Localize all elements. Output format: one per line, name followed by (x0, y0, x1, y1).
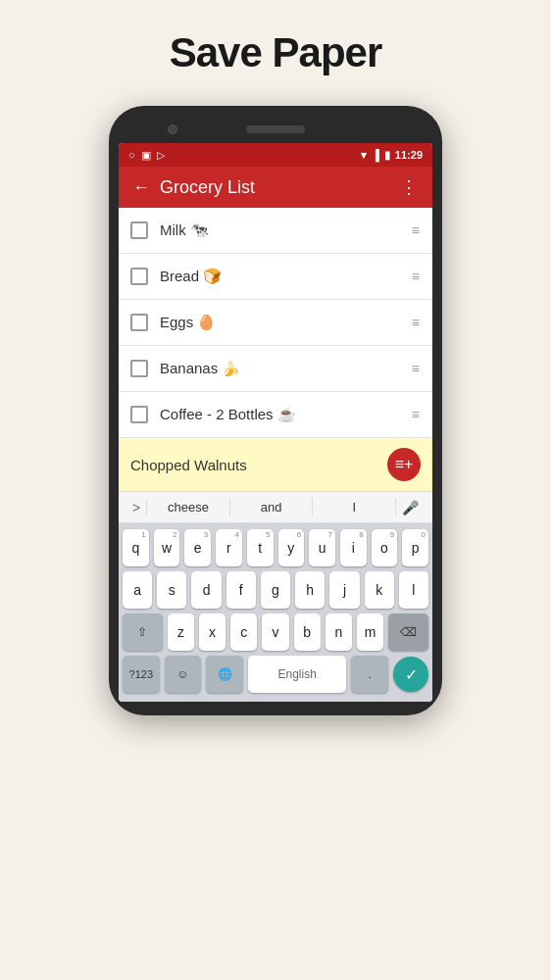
keyboard-row-2: a s d f g h j k l (123, 571, 428, 609)
checkbox-2[interactable] (130, 268, 148, 285)
key-z[interactable]: z (168, 613, 194, 651)
add-item-button[interactable]: ≡+ (387, 448, 421, 481)
menu-button[interactable]: ⋮ (400, 176, 419, 198)
wifi-icon: ▾ (361, 149, 367, 162)
phone-top-bar (119, 120, 432, 143)
drag-handle-5[interactable]: ≡ (412, 407, 421, 422)
phone-speaker (246, 125, 305, 133)
suggestion-bar: > cheese and I 🎤 (119, 491, 432, 523)
enter-key[interactable]: ✓ (393, 657, 428, 692)
numbers-key[interactable]: ?123 (123, 656, 160, 693)
checkbox-5[interactable] (130, 406, 148, 423)
key-k[interactable]: k (365, 571, 394, 609)
key-w[interactable]: w2 (154, 529, 180, 566)
key-r[interactable]: r4 (216, 529, 242, 566)
drag-handle-3[interactable]: ≡ (412, 315, 421, 330)
shift-key[interactable]: ⇧ (123, 613, 163, 651)
key-t[interactable]: t5 (247, 529, 274, 566)
status-right: ▾ ▐ ▮ 11:29 (361, 149, 423, 162)
circle-icon: ○ (128, 149, 135, 161)
sim-icon: ▣ (141, 149, 151, 162)
item-text-4: Bananas 🍌 (160, 360, 412, 377)
back-button[interactable]: ← (132, 177, 150, 198)
key-b[interactable]: b (294, 613, 321, 651)
key-d[interactable]: d (191, 571, 221, 609)
list-item: Bread 🍞 ≡ (119, 254, 432, 300)
suggestion-and[interactable]: and (230, 498, 314, 516)
drag-handle-4[interactable]: ≡ (412, 361, 421, 376)
item-text-5: Coffee - 2 Bottles ☕ (160, 406, 412, 423)
backspace-key[interactable]: ⌫ (388, 613, 428, 651)
key-g[interactable]: g (261, 571, 290, 609)
keyboard-row-3: ⇧ z x c v b n m ⌫ (123, 613, 428, 651)
key-j[interactable]: j (329, 571, 359, 609)
page-title: Save Paper (170, 29, 382, 76)
time-display: 11:29 (395, 149, 423, 161)
phone-frame: ○ ▣ ▷ ▾ ▐ ▮ 11:29 ← Grocery List ⋮ Milk … (109, 106, 442, 715)
drag-handle-1[interactable]: ≡ (412, 222, 421, 238)
key-s[interactable]: s (157, 571, 186, 609)
checkbox-3[interactable] (130, 314, 148, 331)
key-o[interactable]: o9 (372, 529, 398, 566)
list-item: Milk 🐄 ≡ (119, 208, 432, 254)
drag-handle-2[interactable]: ≡ (412, 269, 421, 284)
mic-icon[interactable]: 🎤 (396, 500, 425, 515)
signal-icon: ▐ (372, 149, 379, 161)
key-q[interactable]: q1 (123, 529, 149, 566)
emoji-key[interactable]: ☺ (165, 656, 202, 693)
key-c[interactable]: c (230, 613, 257, 651)
item-text-1: Milk 🐄 (160, 221, 412, 239)
checkbox-1[interactable] (130, 221, 148, 239)
key-l[interactable]: l (399, 571, 428, 609)
key-i[interactable]: i8 (340, 529, 367, 566)
input-text[interactable]: Chopped Walnuts (130, 457, 387, 473)
app-bar: ← Grocery List ⋮ (119, 167, 432, 208)
keyboard-row-4: ?123 ☺ 🌐 English . ✓ (123, 656, 428, 693)
suggestion-i[interactable]: I (313, 498, 396, 516)
key-m[interactable]: m (357, 613, 383, 651)
suggestion-chevron[interactable]: > (126, 500, 147, 515)
phone-camera (168, 124, 177, 134)
add-icon: ≡+ (395, 456, 414, 473)
list-item: Coffee - 2 Bottles ☕ ≡ (119, 392, 432, 438)
app-title: Grocery List (160, 177, 390, 198)
input-row: Chopped Walnuts ≡+ (119, 438, 432, 491)
key-h[interactable]: h (295, 571, 325, 609)
keyboard-row-1: q1 w2 e3 r4 t5 y6 u7 i8 o9 p0 (123, 529, 428, 566)
period-key[interactable]: . (351, 656, 388, 693)
phone-screen: ○ ▣ ▷ ▾ ▐ ▮ 11:29 ← Grocery List ⋮ Milk … (119, 143, 432, 702)
keyboard: q1 w2 e3 r4 t5 y6 u7 i8 o9 p0 a s d f g … (119, 523, 432, 702)
key-y[interactable]: y6 (278, 529, 305, 566)
key-u[interactable]: u7 (309, 529, 335, 566)
key-v[interactable]: v (262, 613, 288, 651)
status-bar: ○ ▣ ▷ ▾ ▐ ▮ 11:29 (119, 143, 432, 167)
list-item: Eggs 🥚 ≡ (119, 300, 432, 346)
checkbox-4[interactable] (130, 360, 148, 377)
list-item: Bananas 🍌 ≡ (119, 346, 432, 392)
globe-key[interactable]: 🌐 (206, 656, 243, 693)
status-left: ○ ▣ ▷ (128, 149, 165, 162)
suggestion-cheese[interactable]: cheese (147, 498, 230, 516)
key-p[interactable]: p0 (402, 529, 428, 566)
key-f[interactable]: f (226, 571, 256, 609)
play-icon: ▷ (157, 149, 165, 162)
key-a[interactable]: a (123, 571, 152, 609)
key-n[interactable]: n (326, 613, 352, 651)
space-key[interactable]: English (248, 656, 346, 693)
item-text-3: Eggs 🥚 (160, 314, 412, 331)
key-x[interactable]: x (199, 613, 225, 651)
battery-icon: ▮ (384, 149, 390, 162)
key-e[interactable]: e3 (184, 529, 211, 566)
item-text-2: Bread 🍞 (160, 268, 412, 285)
